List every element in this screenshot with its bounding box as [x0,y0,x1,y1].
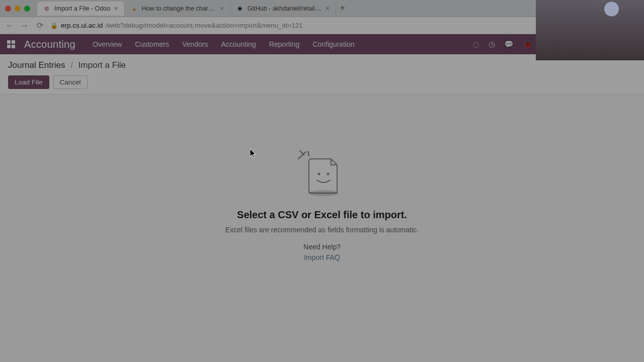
breadcrumb-current: Import a File [78,60,126,70]
breadcrumb: Journal Entries / Import a File [8,60,636,70]
control-panel: Journal Entries / Import a File Load Fil… [0,54,644,95]
window-controls [5,6,30,12]
browser-tabs: ◍ Import a File - Odoo × ▲ How to change… [37,0,349,17]
favicon-icon: ▲ [131,5,138,12]
menu-configuration[interactable]: Configuration [312,40,354,48]
browser-tab-1[interactable]: ▲ How to change the chart of ac… × [125,2,230,16]
tab-title: Import a File - Odoo [54,5,110,12]
svg-point-0 [317,173,320,175]
back-button[interactable]: ← [5,21,14,30]
debug-icon[interactable]: 🐞 [523,40,532,49]
app-title[interactable]: Accounting [24,39,75,50]
svg-point-1 [327,173,329,175]
tab-title: How to change the chart of ac… [142,5,216,12]
main-menu: Overview Customers Vendors Accounting Re… [93,40,355,48]
clock-icon[interactable]: ◷ [489,40,495,49]
need-help-text: Need Help? [225,243,419,251]
address-bar[interactable]: 🔒 erp.cs.ui.ac.id/web?debug#model=accoun… [50,22,608,29]
menu-overview[interactable]: Overview [93,40,122,48]
menu-accounting[interactable]: Accounting [221,40,256,48]
close-window-icon[interactable] [5,6,11,12]
apps-grid-icon[interactable] [7,40,15,48]
import-content: Select a CSV or Excel file to import. Ex… [0,95,644,362]
browser-tab-0[interactable]: ◍ Import a File - Odoo × [37,2,125,16]
menu-reporting[interactable]: Reporting [269,40,300,48]
webcam-overlay [536,0,644,60]
breadcrumb-root[interactable]: Journal Entries [8,60,65,70]
loading-spinner-icon: ◌ [473,40,479,49]
close-tab-icon[interactable]: × [220,5,224,12]
import-faq-link[interactable]: Import FAQ [304,253,340,261]
maximize-window-icon[interactable] [24,6,30,12]
svg-point-2 [308,190,339,196]
empty-subtitle: Excel files are recommended as fields fo… [225,226,419,234]
file-smile-icon [297,150,347,200]
load-file-button[interactable]: Load File [8,75,49,89]
odoo-favicon-icon: ◍ [43,5,50,12]
breadcrumb-separator: / [70,60,73,70]
url-domain: erp.cs.ui.ac.id [61,22,103,29]
cancel-button[interactable]: Cancel [53,75,88,89]
url-path: /web?debug#model=account.move&action=imp… [106,22,302,29]
tab-title: GitHub - akhdaniel/retail12: Im… [248,5,321,12]
new-tab-button[interactable]: + [336,3,349,14]
menu-vendors[interactable]: Vendors [182,40,208,48]
action-buttons: Load File Cancel [8,75,636,89]
close-tab-icon[interactable]: × [114,5,118,12]
browser-tab-2[interactable]: ◉ GitHub - akhdaniel/retail12: Im… × [230,2,336,16]
chat-icon[interactable]: 💬 [504,40,514,49]
close-tab-icon[interactable]: × [326,5,330,12]
forward-button[interactable]: → [20,21,29,30]
reload-button[interactable]: ⟳ [35,21,44,30]
lock-icon: 🔒 [50,22,58,29]
minimize-window-icon[interactable] [15,6,21,12]
github-favicon-icon: ◉ [236,5,244,12]
empty-title: Select a CSV or Excel file to import. [225,209,419,221]
menu-customers[interactable]: Customers [135,40,169,48]
empty-state: Select a CSV or Excel file to import. Ex… [225,150,419,262]
